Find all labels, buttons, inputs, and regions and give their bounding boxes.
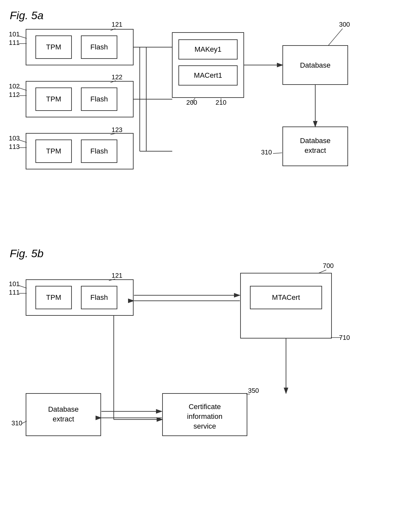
fig5a-diagram: TPM Flash 121 101 111 TPM Flash 122 102 … — [0, 3, 403, 250]
svg-line-82 — [318, 270, 326, 273]
svg-text:122: 122 — [111, 73, 122, 81]
svg-text:extract: extract — [305, 146, 326, 154]
svg-text:Database: Database — [48, 405, 79, 413]
svg-rect-90 — [26, 393, 101, 436]
svg-text:310: 310 — [261, 149, 272, 156]
svg-text:TPM: TPM — [46, 43, 61, 51]
svg-text:TPM: TPM — [46, 95, 61, 103]
svg-text:service: service — [193, 422, 216, 430]
svg-text:111: 111 — [9, 39, 20, 46]
svg-text:112: 112 — [9, 91, 20, 98]
svg-line-75 — [19, 286, 27, 288]
svg-line-55 — [328, 29, 343, 46]
svg-line-19 — [19, 88, 27, 90]
svg-text:Flash: Flash — [90, 147, 108, 155]
svg-text:MTACert: MTACert — [272, 293, 300, 301]
svg-text:350: 350 — [248, 387, 259, 394]
svg-text:310: 310 — [11, 419, 22, 427]
svg-text:TPM: TPM — [46, 293, 61, 301]
svg-text:700: 700 — [323, 262, 333, 269]
svg-text:113: 113 — [9, 143, 20, 150]
page: Fig. 5a TPM Flash 121 101 111 TPM Flash … — [0, 0, 403, 532]
svg-text:MACert1: MACert1 — [194, 71, 222, 79]
svg-text:111: 111 — [9, 289, 20, 296]
svg-text:MAKey1: MAKey1 — [194, 45, 221, 53]
svg-text:101: 101 — [9, 280, 20, 287]
svg-text:information: information — [187, 412, 223, 420]
svg-text:Flash: Flash — [90, 293, 108, 301]
svg-rect-78 — [240, 273, 332, 338]
svg-text:300: 300 — [339, 21, 350, 28]
svg-text:121: 121 — [111, 272, 122, 279]
svg-text:Database: Database — [300, 137, 331, 145]
svg-text:101: 101 — [9, 31, 20, 38]
svg-line-61 — [273, 153, 282, 153]
svg-text:121: 121 — [111, 21, 122, 28]
svg-text:102: 102 — [9, 83, 20, 90]
svg-line-30 — [19, 140, 27, 142]
svg-text:TPM: TPM — [46, 147, 61, 155]
svg-text:Certificate: Certificate — [188, 403, 221, 411]
svg-text:103: 103 — [9, 135, 20, 142]
fig5b-diagram: TPM Flash 121 101 111 MTACert 700 710 — [0, 247, 403, 532]
svg-text:Flash: Flash — [90, 95, 108, 103]
svg-text:Database: Database — [300, 61, 331, 69]
svg-rect-42 — [172, 33, 244, 98]
svg-text:extract: extract — [53, 415, 74, 423]
svg-text:Flash: Flash — [90, 43, 108, 51]
svg-text:123: 123 — [111, 126, 122, 133]
